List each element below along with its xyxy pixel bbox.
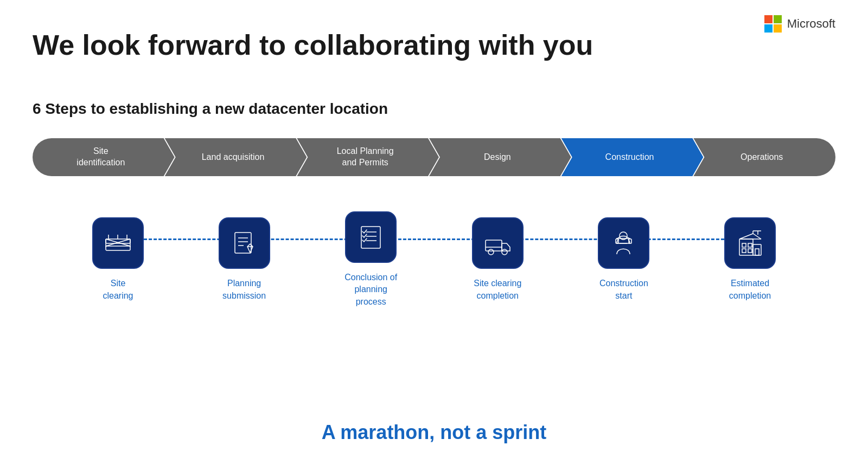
truck-icon [483,228,513,258]
timeline-item-planning-submission: Planningsubmission [219,217,270,302]
timeline-icons-row: Siteclearing Planningsubmission [33,211,835,308]
estimated-completion-icon-box [724,217,776,269]
ms-square-red [764,15,773,23]
step-site-identification: Siteidentification [33,138,175,176]
site-clearing-completion-icon-box [472,217,524,269]
conclusion-planning-icon-box [345,211,397,263]
step-construction: Construction [561,138,704,176]
conclusion-planning-label: Conclusion ofplanningprocess [344,272,397,308]
step-label: Construction [605,152,654,163]
document-edit-icon [229,228,259,258]
step-label: Local Planningand Permits [337,146,394,169]
step-operations: Operations [693,138,835,176]
step-label: Operations [741,152,783,163]
timeline-line [119,238,749,240]
svg-rect-36 [755,249,759,255]
ms-square-blue [764,24,773,33]
svg-rect-32 [742,243,746,247]
step-local-planning: Local Planningand Permits [297,138,439,176]
svg-rect-33 [748,243,752,247]
planning-submission-label: Planningsubmission [222,278,266,302]
site-clearing-completion-label: Site clearingcompletion [474,278,521,302]
svg-rect-18 [486,240,502,251]
step-label: Siteidentification [76,146,125,169]
bottom-text: A marathon, not a sprint [0,421,868,444]
svg-rect-35 [748,249,752,253]
main-title: We look forward to collaborating with yo… [33,30,593,61]
svg-rect-3 [106,246,130,250]
planning-submission-icon-box [219,217,270,269]
timeline-section: Siteclearing Planningsubmission [33,211,835,363]
worker-icon [609,228,639,258]
ms-logo-grid [764,15,782,33]
timeline-item-conclusion-planning: Conclusion ofplanningprocess [344,211,397,308]
construction-start-label: Constructionstart [599,278,648,302]
barrier-icon [103,228,133,258]
ms-square-green [774,15,782,23]
svg-rect-28 [753,244,761,255]
timeline-item-estimated-completion: Estimatedcompletion [724,217,776,302]
sub-title: 6 Steps to establishing a new datacenter… [33,100,388,118]
steps-bar: Siteidentification Land acquisition Loca… [33,136,835,179]
ms-square-yellow [774,24,782,33]
microsoft-logo: Microsoft [764,15,835,33]
svg-point-19 [488,249,494,255]
svg-line-30 [753,234,761,239]
step-land-acquisition: Land acquisition [165,138,307,176]
ms-logo-text: Microsoft [787,17,835,31]
timeline-item-site-clearing: Siteclearing [92,217,144,302]
site-clearing-icon-box [92,217,144,269]
svg-point-20 [502,249,507,255]
svg-line-29 [739,234,753,239]
construction-start-icon-box [598,217,649,269]
step-design: Design [429,138,571,176]
step-label: Design [484,152,511,163]
step-label: Land acquisition [202,152,265,163]
estimated-completion-label: Estimatedcompletion [729,278,771,302]
timeline-item-site-clearing-completion: Site clearingcompletion [472,217,524,302]
site-clearing-label: Siteclearing [103,278,133,302]
svg-rect-34 [742,249,746,253]
checklist-icon [356,222,386,252]
timeline-item-construction-start: Constructionstart [598,217,649,302]
building-icon [735,228,765,258]
